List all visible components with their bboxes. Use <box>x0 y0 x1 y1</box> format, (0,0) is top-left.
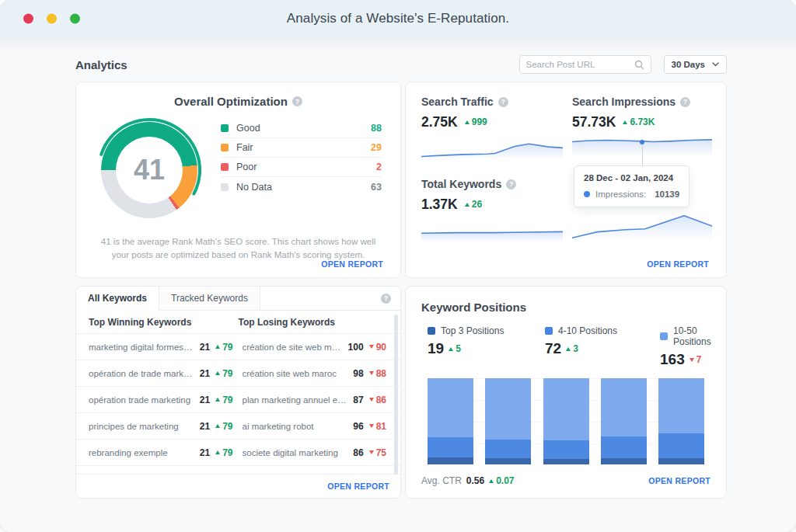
metric-value: 57.73K <box>572 114 616 130</box>
tooltip-connector-line <box>642 144 643 165</box>
date-range-dropdown[interactable]: 30 Days <box>664 55 727 74</box>
keyword-position: 100 <box>348 342 364 353</box>
stacked-bar <box>543 378 589 464</box>
legend-delta: 5 <box>449 343 461 354</box>
search-post-url-field[interactable] <box>519 55 651 74</box>
zoom-button[interactable] <box>70 14 80 24</box>
legend-swatch <box>660 332 668 340</box>
down-arrow-icon <box>369 398 374 402</box>
legend-value: 88 <box>371 123 382 134</box>
up-arrow-icon <box>566 347 571 351</box>
metric-value-row: 57.73K 6.73K <box>572 114 712 130</box>
tooltip-series-row: Impressions: 10139 <box>584 190 679 199</box>
legend-swatch <box>221 183 229 191</box>
optimization-chart-row: 41 Good 88 Fair 29 <box>95 116 382 224</box>
keywords-tabs: All Keywords Tracked Keywords <box>76 287 400 311</box>
keyword-delta: 90 <box>369 342 386 353</box>
metric-delta: 26 <box>465 199 482 210</box>
metric-value: 1.37K <box>421 196 458 213</box>
legend-row-no-data: No Data 63 <box>221 177 382 196</box>
keyword-row[interactable]: opération de trade market... 21 79 créat… <box>76 360 400 387</box>
analytics-header: Analytics 30 Days <box>75 37 727 75</box>
card-title: Keyword Positions <box>421 301 710 314</box>
help-icon[interactable] <box>680 97 690 107</box>
losing-cell: création site web maroc 98 88 <box>243 368 389 379</box>
keyword-row[interactable]: principes de marketing 21 79 ai marketin… <box>76 413 400 440</box>
legend-label: 4-10 Positions <box>558 325 617 336</box>
keyword-delta: 79 <box>215 395 232 405</box>
open-report-link[interactable]: OPEN REPORT <box>327 482 389 491</box>
keyword-position: 98 <box>353 368 363 379</box>
keyword-delta: 79 <box>215 447 232 458</box>
legend-swatch <box>221 144 229 151</box>
legend-delta: 3 <box>566 343 578 354</box>
total-keywords-sparkline[interactable] <box>421 222 563 242</box>
legend-label: Top 3 Positions <box>441 325 504 336</box>
positions-legend: Top 3 Positions 19 5 4-10 Positions <box>421 325 710 368</box>
legend-swatch <box>221 163 229 171</box>
close-button[interactable] <box>23 14 33 24</box>
legend-value: 29 <box>371 142 382 153</box>
keyword-text: création site web maroc <box>243 369 348 378</box>
metric-label: Search Impressions <box>572 95 712 109</box>
secondary-sparkline[interactable] <box>572 211 712 241</box>
hover-point-marker <box>640 140 644 144</box>
keywords-table-header: Top Winning Keywords Top Losing Keywords <box>76 311 400 334</box>
search-input[interactable] <box>526 60 634 69</box>
app-window: Analysis of a Website's E-Reputation. An… <box>0 0 796 532</box>
tab-all-keywords[interactable]: All Keywords <box>76 287 159 311</box>
keyword-text: societe digital marketing <box>243 448 348 457</box>
legend-label: Fair <box>236 142 253 153</box>
help-icon[interactable] <box>506 179 516 190</box>
up-arrow-icon <box>465 203 470 207</box>
up-arrow-icon <box>215 371 220 375</box>
tooltip-series-label: Impressions: <box>595 190 646 199</box>
avg-ctr: Avg. CTR 0.56 0.07 <box>421 475 515 486</box>
winning-cell: principes de marketing 21 79 <box>89 421 243 432</box>
keyword-delta: 86 <box>369 395 386 405</box>
help-icon[interactable] <box>292 96 302 106</box>
keyword-row[interactable]: opération trade marketing 21 79 plan mar… <box>76 387 400 413</box>
keyword-positions-card: Keyword Positions Top 3 Positions 19 5 <box>405 286 727 499</box>
positions-footer: Avg. CTR 0.56 0.07 OPEN REPORT <box>421 473 710 489</box>
help-icon[interactable] <box>381 294 391 304</box>
winning-cell: rebranding exemple 21 79 <box>89 447 243 458</box>
legend-value-row: 19 5 <box>428 340 545 357</box>
legend-swatch <box>428 327 435 335</box>
open-report-link[interactable]: OPEN REPORT <box>648 476 710 485</box>
up-arrow-icon <box>465 120 470 124</box>
winning-cell: marketing digital formes d... 21 79 <box>89 342 243 353</box>
legend-row-fair: Fair 29 <box>221 138 382 158</box>
dashboard-grid: Overall Optimization 41 Good <box>75 82 727 499</box>
help-icon[interactable] <box>498 97 508 107</box>
date-range-value: 30 Days <box>672 60 705 69</box>
keyword-text: opération trade marketing <box>89 395 194 405</box>
keyword-row[interactable]: marketing digital formes d... 21 79 créa… <box>76 334 400 360</box>
open-report-link[interactable]: OPEN REPORT <box>647 259 709 269</box>
stacked-bar <box>658 378 704 464</box>
legend-label: No Data <box>236 182 272 193</box>
metric-delta: 999 <box>465 116 487 127</box>
legend-item-10-50: 10-50 Positions 163 7 <box>660 325 711 368</box>
down-arrow-icon <box>369 371 374 375</box>
keyword-position: 21 <box>200 342 210 353</box>
search-icon <box>634 60 644 70</box>
up-arrow-icon <box>215 450 220 454</box>
up-arrow-icon <box>489 479 494 483</box>
seo-score-value: 41 <box>95 116 204 224</box>
tab-tracked-keywords[interactable]: Tracked Keywords <box>159 287 260 310</box>
keyword-text: ai marketing robot <box>243 422 348 431</box>
winning-cell: opération trade marketing 21 79 <box>89 395 243 405</box>
table-scrollbar[interactable] <box>394 315 398 475</box>
open-report-link[interactable]: OPEN REPORT <box>321 259 383 269</box>
minimize-button[interactable] <box>47 14 57 24</box>
keyword-text: plan marketing annuel ex... <box>243 395 348 405</box>
positions-bar-chart[interactable] <box>428 378 704 464</box>
legend-value-row: 72 3 <box>545 340 660 357</box>
up-arrow-icon <box>449 347 453 351</box>
keyword-row[interactable]: rebranding exemple 21 79 societe digital… <box>76 440 400 466</box>
main-content: Analytics 30 Days <box>0 37 796 532</box>
keyword-delta: 79 <box>215 368 232 379</box>
optimization-donut-chart[interactable]: 41 <box>95 116 204 224</box>
search-traffic-sparkline[interactable] <box>421 140 563 160</box>
